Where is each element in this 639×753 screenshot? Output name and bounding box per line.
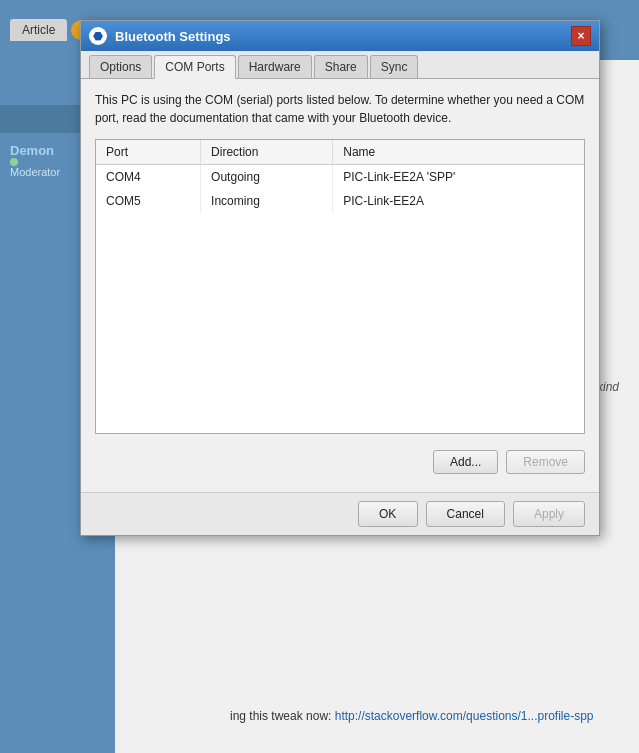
link-prefix: ing this tweak now: xyxy=(230,709,335,723)
online-indicator xyxy=(10,158,18,166)
table-header-row: Port Direction Name xyxy=(96,140,584,165)
ports-table: Port Direction Name COM4 Outgoing PIC-Li… xyxy=(96,140,584,433)
row1-port: COM4 xyxy=(96,165,201,190)
cancel-button[interactable]: Cancel xyxy=(426,501,505,527)
bluetooth-icon: ⬣ xyxy=(89,27,107,45)
table-row[interactable]: COM4 Outgoing PIC-Link-EE2A 'SPP' xyxy=(96,165,584,190)
add-button[interactable]: Add... xyxy=(433,450,498,474)
row1-direction: Outgoing xyxy=(201,165,333,190)
info-text: This PC is using the COM (serial) ports … xyxy=(95,91,585,127)
col-direction: Direction xyxy=(201,140,333,165)
article-tab: Article xyxy=(10,19,67,41)
close-button[interactable]: × xyxy=(571,26,591,46)
remove-button[interactable]: Remove xyxy=(506,450,585,474)
bluetooth-dialog: ⬣ Bluetooth Settings × Options COM Ports… xyxy=(80,20,600,536)
row2-direction: Incoming xyxy=(201,189,333,213)
dialog-title: Bluetooth Settings xyxy=(115,29,231,44)
row2-name: PIC-Link-EE2A xyxy=(333,189,584,213)
tab-sync[interactable]: Sync xyxy=(370,55,419,78)
table-header: Port Direction Name xyxy=(96,140,584,165)
row2-port: COM5 xyxy=(96,189,201,213)
link-url[interactable]: http://stackoverflow.com/questions/1...p… xyxy=(335,709,594,723)
dialog-body: This PC is using the COM (serial) ports … xyxy=(81,79,599,492)
table-body: COM4 Outgoing PIC-Link-EE2A 'SPP' COM5 I… xyxy=(96,165,584,434)
apply-button[interactable]: Apply xyxy=(513,501,585,527)
link-line: ing this tweak now: http://stackoverflow… xyxy=(230,709,619,723)
table-row[interactable]: COM5 Incoming PIC-Link-EE2A xyxy=(96,189,584,213)
title-bar: ⬣ Bluetooth Settings × xyxy=(81,21,599,51)
col-name: Name xyxy=(333,140,584,165)
tab-share[interactable]: Share xyxy=(314,55,368,78)
dialog-footer: OK Cancel Apply xyxy=(81,492,599,535)
tab-com-ports[interactable]: COM Ports xyxy=(154,55,235,79)
tab-bar: Options COM Ports Hardware Share Sync xyxy=(81,51,599,79)
table-buttons: Add... Remove xyxy=(95,444,585,480)
row1-name: PIC-Link-EE2A 'SPP' xyxy=(333,165,584,190)
empty-row xyxy=(96,213,584,433)
tab-hardware[interactable]: Hardware xyxy=(238,55,312,78)
col-port: Port xyxy=(96,140,201,165)
ports-table-wrapper: Port Direction Name COM4 Outgoing PIC-Li… xyxy=(95,139,585,434)
tab-options[interactable]: Options xyxy=(89,55,152,78)
ok-button[interactable]: OK xyxy=(358,501,418,527)
title-bar-left: ⬣ Bluetooth Settings xyxy=(89,27,231,45)
